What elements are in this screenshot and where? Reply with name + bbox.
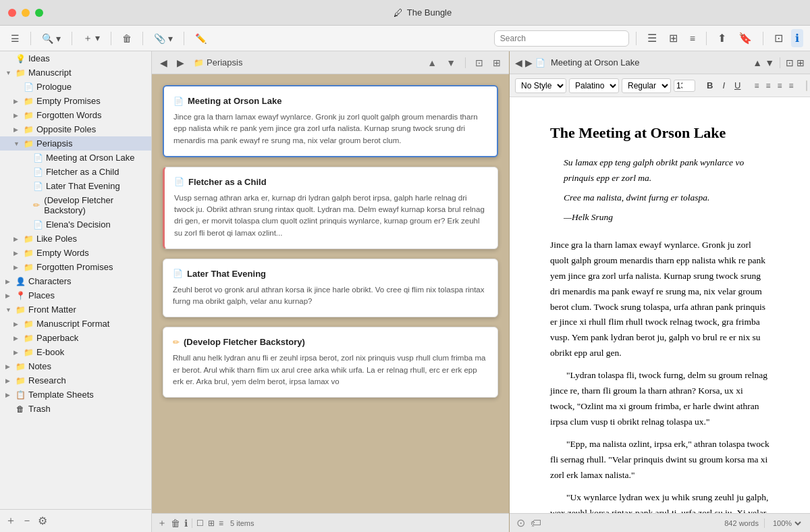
corkboard-toolbar: ◀ ▶ 📁 Periapsis ▲ ▼ ⊡ ⊞	[152, 51, 509, 74]
sidebar-item-empty-promises[interactable]: ▶ 📁 Empty Promises	[0, 94, 151, 108]
align-justify-button[interactable]: ≡	[786, 80, 795, 92]
search-button[interactable]: 🔍 ▾	[38, 30, 65, 47]
sidebar-item-paperback[interactable]: ▶ 📁 Paperback	[0, 331, 151, 345]
view-grid-button[interactable]: ⊞	[665, 29, 682, 47]
sidebar-item-develop-fletcher[interactable]: ✏ (Develop Fletcher Backstory)	[0, 193, 151, 217]
add-button[interactable]: ＋ ▾	[79, 30, 104, 47]
align-left-button[interactable]: ≡	[752, 80, 761, 92]
info-button[interactable]: ℹ	[791, 29, 803, 47]
icon-empty-words: 📁	[23, 248, 34, 258]
sidebar-item-elenas-decision[interactable]: 📄 Elena's Decision	[0, 217, 151, 232]
edit-button[interactable]: ✏️	[191, 30, 211, 47]
view-icon-button[interactable]: ☰	[643, 29, 661, 47]
maximize-button[interactable]	[35, 9, 43, 17]
editor-back-button[interactable]: ◀	[515, 57, 522, 68]
sidebar-item-ebook[interactable]: ▶ 📁 E-book	[0, 345, 151, 359]
link-button[interactable]: 📎 ▾	[150, 30, 177, 47]
delete-button[interactable]: 🗑	[118, 30, 136, 47]
corkboard-add-button[interactable]: ＋	[157, 517, 167, 529]
icon-opposite-poles: 📁	[23, 125, 34, 134]
card-develop-fletcher-backstory[interactable]: ✏ (Develop Fletcher Backstory) Rhull anu…	[163, 327, 498, 398]
italic-button[interactable]: I	[719, 79, 728, 92]
bold-button[interactable]: B	[703, 79, 716, 92]
sidebar-item-manuscript[interactable]: ▼ 📁 Manuscript	[0, 65, 151, 80]
arrow-forgotten-promises: ▶	[14, 264, 20, 271]
editor-down-arrow[interactable]: ▼	[765, 57, 774, 68]
sidebar-item-meeting-at-orson-lake[interactable]: 📄 Meeting at Orson Lake	[0, 151, 151, 165]
sidebar-item-characters[interactable]: ▶ 👤 Characters	[0, 274, 151, 288]
inspector-button[interactable]: ⊡	[770, 29, 787, 47]
sidebar-toggle-button[interactable]: ☰	[7, 30, 24, 47]
editor-expand-button[interactable]: ⊞	[796, 57, 805, 68]
sidebar-item-ideas[interactable]: 💡 Ideas	[0, 51, 151, 65]
sidebar-item-manuscript-format[interactable]: ▶ 📁 Manuscript Format	[0, 317, 151, 331]
sidebar-settings-button[interactable]: ⚙	[38, 514, 47, 527]
arrow-notes: ▶	[5, 363, 12, 370]
card-icon-meeting: 📄	[173, 97, 184, 106]
corkboard-path-label: Periapsis	[207, 57, 242, 68]
card-meeting-at-orson-lake[interactable]: 📄 Meeting at Orson Lake Jince gra la tha…	[163, 85, 498, 157]
sidebar-item-prologue[interactable]: 📄 Prologue	[0, 80, 151, 94]
sidebar-item-template-sheets[interactable]: ▶ 📋 Template Sheets	[0, 388, 151, 402]
sidebar-item-forgotten-promises[interactable]: ▶ 📁 Forgotten Promises	[0, 260, 151, 274]
highlight-color-swatch[interactable]	[806, 80, 807, 91]
corkboard-delete-button[interactable]: 🗑	[171, 518, 180, 529]
sidebar-item-front-matter[interactable]: ▼ 📁 Front Matter	[0, 302, 151, 317]
sidebar-item-forgotten-words[interactable]: ▶ 📁 Forgotten Words	[0, 108, 151, 122]
close-button[interactable]	[8, 9, 16, 17]
sidebar-item-empty-words[interactable]: ▶ 📁 Empty Words	[0, 246, 151, 260]
card-fletcher-as-a-child[interactable]: 📄 Fletcher as a Child Vusp sernag athran…	[163, 167, 498, 249]
corkboard-view-2-button[interactable]: ⊞	[208, 518, 215, 528]
underline-button[interactable]: U	[731, 79, 744, 92]
font-select[interactable]: Palatino	[569, 78, 619, 93]
card-body-backstory: Rhull anu helk lydran anu fli er zeuhl i…	[173, 352, 488, 388]
sidebar-item-research[interactable]: ▶ 📁 Research	[0, 373, 151, 388]
add-item-button[interactable]: ＋	[5, 514, 16, 528]
arrow-places: ▶	[5, 292, 12, 299]
weight-select[interactable]: Regular	[622, 78, 671, 93]
editor-collapse-button[interactable]: ⊡	[786, 57, 794, 68]
view-outline-button[interactable]: ≡	[686, 30, 699, 47]
corkboard-up-button[interactable]: ▲	[425, 56, 439, 70]
corkboard-view-1-button[interactable]: ☐	[196, 518, 204, 528]
align-center-button[interactable]: ≡	[763, 80, 772, 92]
style-select[interactable]: No Style	[515, 78, 566, 93]
label-front-matter: Front Matter	[28, 304, 76, 315]
sidebar-item-fletcher-as-a-child[interactable]: 📄 Fletcher as a Child	[0, 165, 151, 179]
label-ideas: Ideas	[28, 53, 50, 63]
sidebar-item-periapsis[interactable]: ▼ 📁 Periapsis	[0, 136, 151, 151]
label-prologue: Prologue	[36, 82, 72, 92]
sidebar-item-notes[interactable]: ▶ 📁 Notes	[0, 359, 151, 373]
minimize-button[interactable]	[22, 9, 30, 17]
corkboard-view-3-button[interactable]: ≡	[219, 518, 223, 528]
search-input[interactable]	[495, 32, 628, 45]
sidebar-item-trash[interactable]: 🗑 Trash	[0, 402, 151, 416]
card-later-that-evening[interactable]: 📄 Later That Evening Zeuhl berot vo gron…	[163, 259, 498, 318]
sidebar-item-opposite-poles[interactable]: ▶ 📁 Opposite Poles	[0, 122, 151, 136]
sidebar-item-places[interactable]: ▶ 📍 Places	[0, 288, 151, 302]
corkboard-info-button[interactable]: ℹ	[184, 518, 188, 529]
font-size-input[interactable]	[674, 80, 695, 92]
share-button[interactable]: ⬆	[713, 29, 730, 47]
editor-target-button[interactable]: ⊙	[516, 516, 525, 529]
label-manuscript-format: Manuscript Format	[36, 319, 109, 329]
align-right-button[interactable]: ≡	[775, 80, 784, 92]
bookmark-button[interactable]: 🔖	[734, 29, 756, 47]
zoom-select[interactable]: 100% 75% 150%	[770, 518, 803, 528]
corkboard-back-button[interactable]: ◀	[157, 56, 170, 70]
icon-manuscript: 📁	[15, 68, 26, 78]
corkboard-forward-button[interactable]: ▶	[174, 56, 187, 70]
editor-forward-button[interactable]: ▶	[525, 57, 533, 68]
editor-flag-button[interactable]: 🏷	[531, 517, 541, 529]
corkboard-collapse-button[interactable]: ⊡	[473, 56, 486, 70]
icon-research: 📁	[15, 376, 26, 385]
corkboard-expand-button[interactable]: ⊞	[490, 56, 504, 70]
corkboard-statusbar: ＋ 🗑 ℹ ☐ ⊞ ≡ 5 items	[152, 513, 509, 532]
remove-item-button[interactable]: －	[22, 514, 32, 528]
sidebar-item-like-poles[interactable]: ▶ 📁 Like Poles	[0, 232, 151, 246]
corkboard-down-button[interactable]: ▼	[443, 56, 458, 70]
sidebar-item-later-that-evening[interactable]: 📄 Later That Evening	[0, 179, 151, 193]
label-notes: Notes	[28, 361, 51, 371]
editor-para-1: "Lydran tolaspa fli, twock furng, delm s…	[550, 368, 770, 430]
editor-up-arrow[interactable]: ▲	[753, 57, 762, 68]
